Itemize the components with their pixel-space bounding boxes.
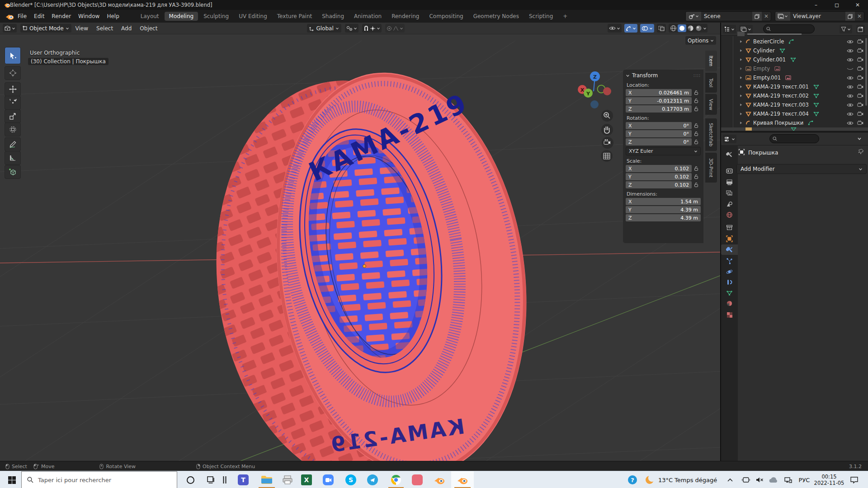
npanel-tab-tool[interactable]: Tool — [705, 73, 717, 93]
viewlayer-browse-icon[interactable] — [775, 12, 790, 21]
lock-icon[interactable] — [692, 182, 701, 188]
panel-drag-handle[interactable]: :::: — [693, 73, 701, 78]
cortana-button[interactable] — [184, 471, 197, 488]
viewlayer-remove-icon[interactable]: ✕ — [855, 12, 864, 21]
hide-eye-icon[interactable] — [847, 57, 854, 62]
maximize-button[interactable]: ◻ — [826, 0, 847, 10]
hide-eye-icon[interactable] — [847, 48, 854, 53]
tray-hidden-icons-chevron[interactable] — [724, 471, 736, 488]
workspace-tab-sculpting[interactable]: Sculpting — [199, 12, 233, 21]
tray-onedrive-icon[interactable] — [767, 471, 780, 488]
tray-weather-text[interactable]: Temps dégagé — [675, 471, 724, 488]
shading-solid-icon[interactable] — [678, 24, 686, 32]
tab-collection[interactable] — [721, 222, 738, 233]
viewlayer-name[interactable]: ViewLayer — [790, 13, 845, 19]
workspace-tab-rendering[interactable]: Rendering — [387, 12, 424, 21]
location-x-field[interactable]: X0.026461 m — [626, 89, 692, 96]
dimension-x-field[interactable]: X1.54 m — [626, 198, 701, 205]
properties-options-chevron[interactable] — [857, 136, 862, 141]
camera-visibility-icon[interactable] — [857, 84, 863, 89]
tool-scale[interactable] — [5, 109, 21, 123]
location-z-field[interactable]: Z0.17703 m — [626, 105, 692, 113]
shading-material-icon[interactable] — [687, 24, 694, 32]
outliner-row[interactable]: КАМА-219 текст.004 — [721, 109, 868, 118]
lock-icon[interactable] — [692, 166, 701, 171]
lock-icon[interactable] — [692, 98, 701, 103]
hide-eye-icon[interactable] — [847, 84, 854, 89]
scene-browse-icon[interactable] — [686, 12, 701, 21]
workspace-tab-geometry-nodes[interactable]: Geometry Nodes — [469, 12, 524, 21]
workspace-tab-modeling[interactable]: Modeling — [165, 12, 198, 21]
tool-add-cube[interactable] — [5, 165, 21, 179]
tool-cursor[interactable] — [5, 66, 21, 80]
notification-center-button[interactable] — [846, 471, 862, 488]
workspace-tab-layout[interactable]: Layout — [136, 12, 164, 21]
help-tray-icon[interactable]: ? — [626, 471, 639, 488]
panel-collapse-icon[interactable] — [626, 74, 630, 78]
properties-search[interactable] — [769, 134, 819, 143]
add-workspace-button[interactable]: + — [558, 12, 572, 21]
rotation-mode-dropdown[interactable]: XYZ Euler — [626, 147, 701, 155]
camera-visibility-icon[interactable] — [857, 66, 863, 71]
printer-app[interactable] — [279, 471, 296, 488]
lock-icon[interactable] — [692, 131, 701, 136]
npanel-tab-3d-print[interactable]: 3D-Print — [705, 153, 717, 183]
add-modifier-button[interactable]: Add Modifier — [736, 164, 867, 174]
dimension-y-field[interactable]: Y4.39 m — [626, 206, 701, 213]
tray-tablet-mode-icon[interactable] — [740, 471, 752, 488]
gizmos-toggle[interactable] — [624, 24, 637, 33]
tray-network-icon[interactable] — [781, 471, 795, 488]
overlays-toggle[interactable] — [640, 24, 654, 33]
workspace-tab-scripting[interactable]: Scripting — [524, 12, 557, 21]
outliner-scrollbar[interactable] — [865, 38, 867, 106]
rotation-y-field[interactable]: Y0° — [626, 130, 692, 137]
tab-texture[interactable] — [721, 310, 738, 320]
outliner-row[interactable]: Cylinder.001 — [721, 55, 868, 64]
outliner-row[interactable]: Cylinder — [721, 46, 868, 55]
hide-eye-icon[interactable] — [847, 121, 854, 126]
tray-temperature[interactable]: 13°C — [656, 471, 675, 488]
workspace-tab-shading[interactable]: Shading — [317, 12, 349, 21]
rotation-z-field[interactable]: Z0° — [626, 138, 692, 145]
hide-eye-icon[interactable] — [847, 103, 854, 108]
tab-world[interactable] — [721, 210, 738, 220]
camera-visibility-icon[interactable] — [857, 48, 863, 53]
viewport-menu-add[interactable]: Add — [117, 25, 136, 32]
tab-render[interactable] — [721, 166, 738, 176]
location-y-field[interactable]: Y-0.012311 m — [626, 97, 692, 104]
scene-unlink-icon[interactable]: ✕ — [762, 12, 771, 21]
outliner-row-collection-partial[interactable] — [721, 32, 868, 36]
weather-moon-icon[interactable] — [643, 471, 656, 488]
tool-annotate[interactable] — [5, 137, 21, 151]
tab-modifiers[interactable] — [721, 244, 738, 255]
viewport-3d[interactable]: КАМА-219 КАМА-219 Object Mode View Selec… — [0, 23, 720, 461]
outliner-row-selected-partial[interactable] — [721, 127, 868, 131]
tool-rotate[interactable] — [5, 96, 21, 110]
camera-visibility-icon[interactable] — [857, 93, 863, 99]
camera-visibility-icon[interactable] — [857, 75, 863, 80]
workspace-tab-compositing[interactable]: Compositing — [425, 12, 467, 21]
scene-selector[interactable]: Scene ✕ — [685, 11, 771, 21]
editor-type-button[interactable] — [3, 24, 17, 33]
excel-app[interactable]: X — [298, 471, 315, 488]
lock-icon[interactable] — [692, 174, 701, 179]
camera-visibility-icon[interactable] — [857, 39, 863, 44]
npanel-tab-view[interactable]: View — [705, 94, 717, 115]
shading-rendered-icon[interactable] — [695, 24, 703, 32]
file-explorer-app[interactable] — [256, 471, 278, 488]
workspace-tab-animation[interactable]: Animation — [349, 12, 386, 21]
object-visibility-button[interactable] — [608, 24, 622, 33]
properties-display-mode[interactable] — [723, 135, 736, 143]
chrome-app[interactable] — [387, 471, 406, 488]
minimize-button[interactable]: – — [806, 0, 826, 10]
camera-visibility-icon[interactable] — [857, 102, 863, 108]
outliner-row[interactable]: Empty — [721, 64, 868, 73]
menu-help[interactable]: Help — [103, 13, 123, 19]
npanel-tab-item[interactable]: Item — [705, 51, 717, 71]
scale-z-field[interactable]: Z0.102 — [626, 181, 692, 188]
blender-app-active[interactable] — [451, 471, 474, 488]
hide-eye-icon[interactable] — [847, 75, 854, 80]
lock-icon[interactable] — [692, 106, 701, 112]
tab-tool[interactable] — [721, 150, 738, 160]
shading-wireframe-icon[interactable] — [670, 24, 677, 32]
